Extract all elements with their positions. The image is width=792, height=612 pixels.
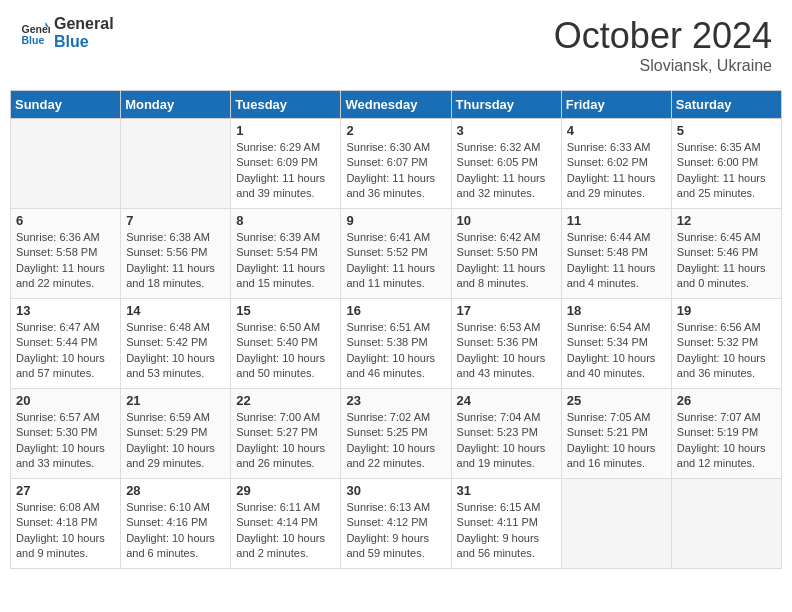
day-number: 13 — [16, 303, 115, 318]
week-row-1: 1Sunrise: 6:29 AMSunset: 6:09 PMDaylight… — [11, 119, 782, 209]
day-number: 7 — [126, 213, 225, 228]
day-number: 22 — [236, 393, 335, 408]
day-info: Sunrise: 7:05 AMSunset: 5:21 PMDaylight:… — [567, 410, 666, 472]
column-header-thursday: Thursday — [451, 91, 561, 119]
day-info: Sunrise: 6:08 AMSunset: 4:18 PMDaylight:… — [16, 500, 115, 562]
day-cell: 10Sunrise: 6:42 AMSunset: 5:50 PMDayligh… — [451, 209, 561, 299]
logo-icon: General Blue — [20, 18, 50, 48]
day-info: Sunrise: 6:35 AMSunset: 6:00 PMDaylight:… — [677, 140, 776, 202]
week-row-3: 13Sunrise: 6:47 AMSunset: 5:44 PMDayligh… — [11, 299, 782, 389]
column-header-monday: Monday — [121, 91, 231, 119]
day-cell: 3Sunrise: 6:32 AMSunset: 6:05 PMDaylight… — [451, 119, 561, 209]
day-number: 20 — [16, 393, 115, 408]
day-info: Sunrise: 6:44 AMSunset: 5:48 PMDaylight:… — [567, 230, 666, 292]
column-header-sunday: Sunday — [11, 91, 121, 119]
day-cell: 6Sunrise: 6:36 AMSunset: 5:58 PMDaylight… — [11, 209, 121, 299]
day-number: 14 — [126, 303, 225, 318]
day-info: Sunrise: 6:42 AMSunset: 5:50 PMDaylight:… — [457, 230, 556, 292]
day-info: Sunrise: 6:47 AMSunset: 5:44 PMDaylight:… — [16, 320, 115, 382]
day-cell: 29Sunrise: 6:11 AMSunset: 4:14 PMDayligh… — [231, 479, 341, 569]
day-number: 28 — [126, 483, 225, 498]
day-cell — [671, 479, 781, 569]
day-cell: 27Sunrise: 6:08 AMSunset: 4:18 PMDayligh… — [11, 479, 121, 569]
day-info: Sunrise: 6:33 AMSunset: 6:02 PMDaylight:… — [567, 140, 666, 202]
day-info: Sunrise: 6:53 AMSunset: 5:36 PMDaylight:… — [457, 320, 556, 382]
day-info: Sunrise: 6:39 AMSunset: 5:54 PMDaylight:… — [236, 230, 335, 292]
day-number: 17 — [457, 303, 556, 318]
column-header-saturday: Saturday — [671, 91, 781, 119]
day-number: 15 — [236, 303, 335, 318]
day-info: Sunrise: 6:36 AMSunset: 5:58 PMDaylight:… — [16, 230, 115, 292]
day-info: Sunrise: 7:07 AMSunset: 5:19 PMDaylight:… — [677, 410, 776, 472]
day-cell: 26Sunrise: 7:07 AMSunset: 5:19 PMDayligh… — [671, 389, 781, 479]
day-cell: 17Sunrise: 6:53 AMSunset: 5:36 PMDayligh… — [451, 299, 561, 389]
page-header: General Blue General Blue October 2024 S… — [10, 10, 782, 80]
day-cell: 13Sunrise: 6:47 AMSunset: 5:44 PMDayligh… — [11, 299, 121, 389]
day-number: 12 — [677, 213, 776, 228]
day-cell: 19Sunrise: 6:56 AMSunset: 5:32 PMDayligh… — [671, 299, 781, 389]
day-number: 5 — [677, 123, 776, 138]
day-number: 1 — [236, 123, 335, 138]
day-number: 2 — [346, 123, 445, 138]
day-cell: 22Sunrise: 7:00 AMSunset: 5:27 PMDayligh… — [231, 389, 341, 479]
day-info: Sunrise: 6:50 AMSunset: 5:40 PMDaylight:… — [236, 320, 335, 382]
logo-blue-text: Blue — [54, 33, 114, 51]
day-cell: 16Sunrise: 6:51 AMSunset: 5:38 PMDayligh… — [341, 299, 451, 389]
day-info: Sunrise: 6:15 AMSunset: 4:11 PMDaylight:… — [457, 500, 556, 562]
day-number: 30 — [346, 483, 445, 498]
day-info: Sunrise: 7:00 AMSunset: 5:27 PMDaylight:… — [236, 410, 335, 472]
week-row-4: 20Sunrise: 6:57 AMSunset: 5:30 PMDayligh… — [11, 389, 782, 479]
day-number: 8 — [236, 213, 335, 228]
day-cell: 30Sunrise: 6:13 AMSunset: 4:12 PMDayligh… — [341, 479, 451, 569]
calendar-table: SundayMondayTuesdayWednesdayThursdayFrid… — [10, 90, 782, 569]
day-number: 23 — [346, 393, 445, 408]
day-info: Sunrise: 6:45 AMSunset: 5:46 PMDaylight:… — [677, 230, 776, 292]
header-row: SundayMondayTuesdayWednesdayThursdayFrid… — [11, 91, 782, 119]
day-info: Sunrise: 6:29 AMSunset: 6:09 PMDaylight:… — [236, 140, 335, 202]
column-header-wednesday: Wednesday — [341, 91, 451, 119]
day-info: Sunrise: 7:02 AMSunset: 5:25 PMDaylight:… — [346, 410, 445, 472]
day-info: Sunrise: 6:13 AMSunset: 4:12 PMDaylight:… — [346, 500, 445, 562]
logo: General Blue General Blue — [20, 15, 114, 50]
day-cell: 28Sunrise: 6:10 AMSunset: 4:16 PMDayligh… — [121, 479, 231, 569]
day-cell: 25Sunrise: 7:05 AMSunset: 5:21 PMDayligh… — [561, 389, 671, 479]
week-row-2: 6Sunrise: 6:36 AMSunset: 5:58 PMDaylight… — [11, 209, 782, 299]
day-info: Sunrise: 6:59 AMSunset: 5:29 PMDaylight:… — [126, 410, 225, 472]
day-number: 18 — [567, 303, 666, 318]
day-info: Sunrise: 6:48 AMSunset: 5:42 PMDaylight:… — [126, 320, 225, 382]
day-number: 24 — [457, 393, 556, 408]
day-info: Sunrise: 6:51 AMSunset: 5:38 PMDaylight:… — [346, 320, 445, 382]
day-number: 21 — [126, 393, 225, 408]
day-info: Sunrise: 6:57 AMSunset: 5:30 PMDaylight:… — [16, 410, 115, 472]
day-number: 10 — [457, 213, 556, 228]
day-cell: 23Sunrise: 7:02 AMSunset: 5:25 PMDayligh… — [341, 389, 451, 479]
logo-general-text: General — [54, 15, 114, 33]
day-cell: 15Sunrise: 6:50 AMSunset: 5:40 PMDayligh… — [231, 299, 341, 389]
column-header-tuesday: Tuesday — [231, 91, 341, 119]
day-number: 11 — [567, 213, 666, 228]
day-info: Sunrise: 6:38 AMSunset: 5:56 PMDaylight:… — [126, 230, 225, 292]
day-cell: 20Sunrise: 6:57 AMSunset: 5:30 PMDayligh… — [11, 389, 121, 479]
day-number: 27 — [16, 483, 115, 498]
day-cell: 18Sunrise: 6:54 AMSunset: 5:34 PMDayligh… — [561, 299, 671, 389]
day-cell: 4Sunrise: 6:33 AMSunset: 6:02 PMDaylight… — [561, 119, 671, 209]
day-cell: 9Sunrise: 6:41 AMSunset: 5:52 PMDaylight… — [341, 209, 451, 299]
day-info: Sunrise: 6:32 AMSunset: 6:05 PMDaylight:… — [457, 140, 556, 202]
day-number: 6 — [16, 213, 115, 228]
day-cell: 31Sunrise: 6:15 AMSunset: 4:11 PMDayligh… — [451, 479, 561, 569]
column-header-friday: Friday — [561, 91, 671, 119]
day-cell: 12Sunrise: 6:45 AMSunset: 5:46 PMDayligh… — [671, 209, 781, 299]
day-number: 26 — [677, 393, 776, 408]
day-number: 9 — [346, 213, 445, 228]
month-title: October 2024 — [554, 15, 772, 57]
day-number: 3 — [457, 123, 556, 138]
day-cell: 2Sunrise: 6:30 AMSunset: 6:07 PMDaylight… — [341, 119, 451, 209]
day-info: Sunrise: 7:04 AMSunset: 5:23 PMDaylight:… — [457, 410, 556, 472]
day-number: 16 — [346, 303, 445, 318]
day-cell: 1Sunrise: 6:29 AMSunset: 6:09 PMDaylight… — [231, 119, 341, 209]
day-cell: 24Sunrise: 7:04 AMSunset: 5:23 PMDayligh… — [451, 389, 561, 479]
day-number: 19 — [677, 303, 776, 318]
day-cell: 8Sunrise: 6:39 AMSunset: 5:54 PMDaylight… — [231, 209, 341, 299]
day-cell — [561, 479, 671, 569]
day-cell — [11, 119, 121, 209]
